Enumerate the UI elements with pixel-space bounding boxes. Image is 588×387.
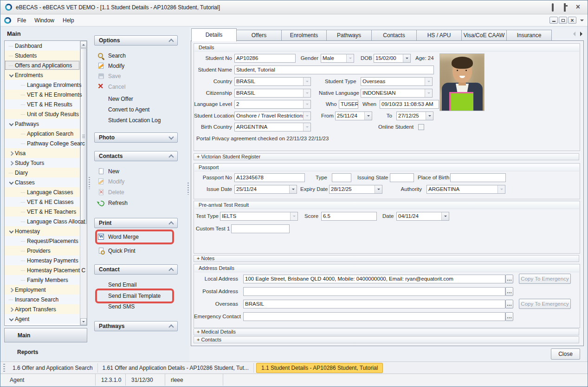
panel-item[interactable]: Send SMS: [97, 302, 172, 312]
tab-scroll-right-button[interactable]: [579, 30, 586, 38]
tree-item[interactable]: VET & HE Enrolments: [5, 90, 80, 99]
passport-no-input[interactable]: A12345678: [234, 173, 305, 182]
issue-date-select[interactable]: 25/11/24: [234, 185, 297, 194]
birth-country-select[interactable]: ARGENTINA: [234, 123, 311, 131]
dropdown-arrow-icon[interactable]: [375, 185, 382, 193]
to-date-select[interactable]: 27/12/25: [396, 112, 433, 120]
panel-item[interactable]: Convert to Agent: [97, 105, 172, 115]
online-student-checkbox[interactable]: [418, 124, 424, 130]
tree-item[interactable]: Students: [5, 51, 80, 60]
tree-item[interactable]: Homestay Placement C: [5, 265, 80, 275]
tree-item[interactable]: Visa: [5, 148, 80, 158]
toolbar-grip[interactable]: [3, 364, 5, 372]
scroll-up-button[interactable]: [80, 41, 87, 48]
dropdown-arrow-icon[interactable]: [403, 54, 410, 62]
tree-item[interactable]: Dashboard: [5, 41, 80, 51]
panel-item[interactable]: Quick Print: [97, 246, 172, 256]
test-type-select[interactable]: IELTS: [220, 212, 298, 221]
tree-item[interactable]: Language Enrolments: [5, 80, 80, 90]
local-address-input[interactable]: 100 Eagle Street, Brisbane QLD 4000, Mob…: [243, 275, 505, 283]
from-date-select[interactable]: 25/11/24: [335, 112, 372, 120]
tab-hs-apu[interactable]: HS / APU: [416, 30, 462, 41]
native-language-select[interactable]: INDONESIAN: [361, 89, 433, 98]
menu-item-help[interactable]: Help: [58, 16, 78, 25]
score-input[interactable]: 6.5: [321, 212, 377, 221]
panel-item[interactable]: Delete: [97, 187, 172, 197]
country-select[interactable]: BRASIL: [234, 77, 311, 86]
emergency-contact-browse-button[interactable]: …: [505, 312, 513, 321]
gender-select[interactable]: Male: [321, 54, 354, 63]
tree-item[interactable]: Agent: [5, 314, 80, 324]
panel-item[interactable]: Search: [97, 51, 172, 61]
custom-test-input[interactable]: [231, 224, 290, 233]
language-level-select[interactable]: 2: [234, 100, 311, 109]
dob-select[interactable]: 15/02/00: [374, 54, 411, 63]
sidebar-main-button[interactable]: Main: [4, 328, 87, 342]
close-button[interactable]: Close: [551, 348, 580, 360]
document-tab[interactable]: 1.1 Student Details - AP10286 Student, T…: [256, 363, 383, 373]
panel-header-contact[interactable]: Contact: [94, 264, 178, 275]
restore-button[interactable]: [564, 4, 566, 11]
panel-header-contacts[interactable]: Contacts: [94, 151, 178, 161]
tree-item[interactable]: Insurance Search: [5, 295, 80, 304]
panel-item[interactable]: Modify: [97, 61, 172, 71]
panel-item[interactable]: Send Email: [97, 280, 172, 290]
panel-item[interactable]: Modify: [97, 177, 172, 187]
dropdown-arrow-icon[interactable]: [289, 185, 297, 193]
dropdown-arrow-icon[interactable]: [425, 89, 432, 97]
document-tab[interactable]: 1.6 Offer and Application Search: [8, 363, 98, 373]
medical-details-expander[interactable]: + Medical Details: [194, 328, 579, 335]
emergency-contact-input[interactable]: [243, 312, 505, 321]
contacts-expander[interactable]: + Contacts: [194, 336, 579, 343]
dropdown-arrow-icon[interactable]: [303, 89, 310, 97]
tree-item[interactable]: Classes: [5, 177, 80, 187]
panel-header-photo[interactable]: Photo: [94, 132, 178, 143]
panel-header-print[interactable]: Print: [94, 218, 178, 228]
tree-item[interactable]: Airport Transfers: [5, 304, 80, 314]
menu-item-window[interactable]: Window: [30, 16, 58, 25]
student-type-select[interactable]: Overseas: [361, 77, 433, 86]
dropdown-arrow-icon[interactable]: [303, 112, 310, 120]
local-address-browse-button[interactable]: …: [505, 275, 513, 283]
tab-visa-coe-caaw[interactable]: Visa/CoE CAAW: [461, 30, 507, 41]
issuing-state-input[interactable]: [390, 173, 414, 182]
dropdown-arrow-icon[interactable]: [346, 54, 354, 62]
tree-item[interactable]: Application Search: [5, 129, 80, 138]
tree-item[interactable]: Language Class Allocat: [5, 216, 80, 226]
dropdown-arrow-icon[interactable]: [426, 112, 433, 120]
scrollbar-thumb[interactable]: [80, 48, 87, 224]
postal-address-browse-button[interactable]: …: [505, 287, 513, 296]
panel-item[interactable]: New Offer: [97, 94, 172, 104]
tab-offers[interactable]: Offers: [236, 30, 282, 41]
overseas-address-input[interactable]: BRASIL: [243, 300, 505, 308]
passport-type-input[interactable]: [332, 173, 351, 182]
student-location-select[interactable]: Onshore / Travel Restrictions: [234, 112, 311, 120]
dropdown-arrow-icon[interactable]: [303, 100, 310, 108]
tab-scroll-left-button[interactable]: [569, 30, 577, 38]
tree-item[interactable]: Unit of Study Results: [5, 109, 80, 119]
panel-header-options[interactable]: Options: [94, 35, 178, 46]
tree-item[interactable]: Diary: [5, 168, 80, 177]
tab-details[interactable]: Details: [191, 28, 237, 41]
tab-pathways[interactable]: Pathways: [326, 30, 372, 41]
student-no-input[interactable]: AP10286: [234, 54, 296, 63]
panel-item[interactable]: Cancel: [97, 82, 172, 92]
place-of-birth-input[interactable]: [450, 173, 506, 182]
dropdown-arrow-icon[interactable]: [364, 112, 372, 120]
dropdown-arrow-icon[interactable]: [303, 78, 310, 85]
mdi-close-button[interactable]: ×: [568, 17, 576, 24]
student-name-input[interactable]: Student, Tutorial: [234, 66, 434, 74]
tree-item[interactable]: Enrolments: [5, 70, 80, 80]
dropdown-arrow-icon[interactable]: [290, 212, 297, 220]
scroll-down-button[interactable]: [80, 318, 87, 325]
tree-item[interactable]: VET & HE Results: [5, 99, 80, 109]
mdi-minimize-button[interactable]: [549, 17, 558, 24]
panel-item[interactable]: Send Email Template: [97, 291, 172, 301]
tab-contacts[interactable]: Contacts: [371, 30, 417, 41]
authority-select[interactable]: ARGENTINA: [426, 185, 505, 194]
dropdown-arrow-icon[interactable]: [303, 123, 310, 131]
panel-item[interactable]: New: [97, 166, 172, 177]
tree-item[interactable]: Homestay Payments: [5, 256, 80, 265]
copy-to-emergency-button[interactable]: Copy To Emergency: [519, 299, 571, 309]
tab-insurance[interactable]: Insurance: [506, 30, 552, 41]
